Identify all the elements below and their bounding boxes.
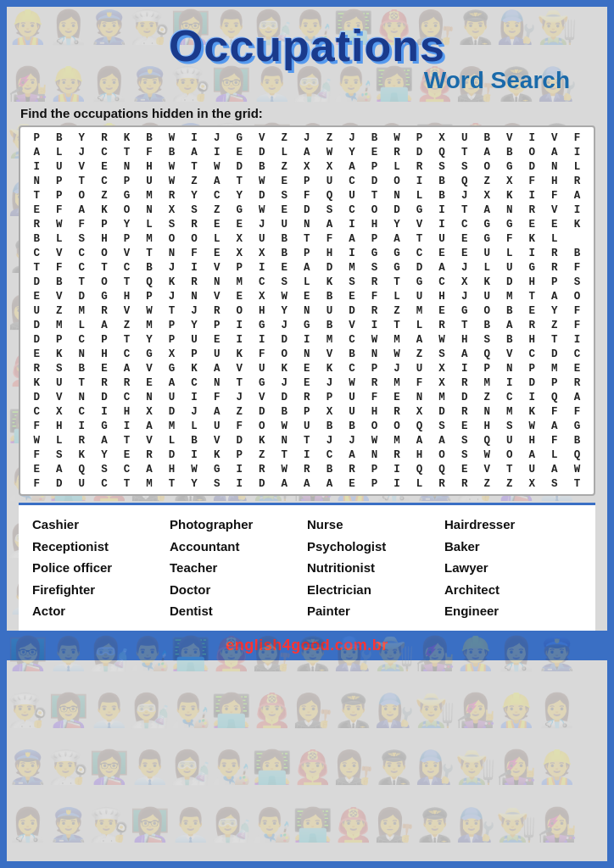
grid-cell: U (273, 217, 296, 231)
grid-cell: I (183, 448, 206, 462)
grid-cell: G (160, 361, 183, 376)
grid-cell: R (25, 361, 48, 376)
grid-cell: O (566, 289, 589, 303)
grid-cell: T (160, 476, 183, 491)
grid-cell (566, 231, 589, 246)
grid-cell: M (341, 260, 364, 275)
grid-cell: L (48, 145, 71, 159)
grid-cell: G (386, 246, 409, 260)
grid-cell: C (341, 361, 364, 376)
grid-cell: F (363, 390, 386, 404)
grid-cell: O (115, 203, 138, 217)
grid-cell: L (160, 433, 183, 448)
grid-cell: U (250, 361, 273, 376)
grid-cell: R (431, 318, 454, 332)
grid-cell: C (93, 174, 116, 188)
grid-cell: V (250, 131, 273, 145)
grid-cell: J (341, 131, 364, 145)
grid-cell: P (25, 131, 48, 145)
grid-cell: H (363, 404, 386, 419)
grid-cell: R (93, 376, 116, 390)
grid-cell: Z (476, 476, 499, 491)
grid-cell: A (296, 476, 319, 491)
grid-cell: A (205, 174, 228, 188)
grid-cell: V (544, 131, 567, 145)
grid-cell: F (566, 260, 589, 275)
grid-cell: A (431, 433, 454, 448)
grid-cell: A (453, 347, 476, 361)
word-list-grid: CashierReceptionistPolice officerFirefig… (32, 514, 582, 622)
grid-cell: W (25, 433, 48, 448)
grid-cell: W (566, 462, 589, 476)
grid-cell: T (138, 246, 161, 260)
grid-cell: G (476, 231, 499, 246)
word-item: Firefighter (32, 579, 170, 601)
grid-cell: M (476, 376, 499, 390)
grid-cell: P (363, 462, 386, 476)
grid-cell: S (544, 476, 567, 491)
word-list-col1: CashierReceptionistPolice officerFirefig… (32, 514, 170, 622)
grid-row: EVDGHPJNVEXWEBEFLUHJUMTAO (25, 289, 589, 303)
grid-cell: D (25, 390, 48, 404)
grid-cell: R (521, 318, 544, 332)
grid-cell: H (363, 217, 386, 231)
grid-cell: P (228, 260, 251, 275)
grid-cell: D (296, 203, 319, 217)
grid-cell: S (273, 188, 296, 203)
word-item: Painter (307, 600, 444, 622)
grid-cell: B (183, 433, 206, 448)
grid-cell: L (408, 476, 431, 491)
grid-cell: V (138, 361, 161, 376)
grid-cell: U (318, 174, 341, 188)
grid-cell: U (498, 260, 521, 275)
grid-cell: O (273, 347, 296, 361)
grid-cell: D (250, 188, 273, 203)
grid-cell: P (521, 361, 544, 376)
grid-cell: C (70, 260, 93, 275)
grid-cell: C (115, 462, 138, 476)
grid-cell: S (363, 260, 386, 275)
grid-cell: I (431, 203, 454, 217)
grid-cell: E (453, 246, 476, 260)
word-item: Nurse (307, 514, 444, 536)
grid-cell: X (296, 159, 319, 174)
grid-cell: H (115, 289, 138, 303)
grid-cell: Z (250, 448, 273, 462)
grid-row: EKNHCGXPUKFONVBNWZSAQVCDC (25, 347, 589, 361)
grid-cell: R (431, 476, 454, 491)
grid-cell: L (408, 318, 431, 332)
grid-cell: W (521, 419, 544, 433)
grid-cell: J (341, 433, 364, 448)
grid-cell: G (93, 289, 116, 303)
grid-cell: C (70, 332, 93, 347)
grid-cell: T (70, 376, 93, 390)
grid-cell: R (386, 404, 409, 419)
grid-cell: M (70, 303, 93, 318)
grid-cell: R (296, 390, 319, 404)
grid-cell: L (566, 159, 589, 174)
grid-cell: Z (93, 188, 116, 203)
grid-cell: Q (138, 275, 161, 289)
grid-cell: P (318, 390, 341, 404)
grid-cell: J (160, 260, 183, 275)
grid-cell: K (160, 275, 183, 289)
grid-cell: A (544, 145, 567, 159)
grid-cell: W (273, 462, 296, 476)
grid-cell: A (205, 404, 228, 419)
grid-cell: K (273, 361, 296, 376)
grid-cell: T (115, 332, 138, 347)
grid-cell: I (250, 260, 273, 275)
grid-cell: R (453, 376, 476, 390)
grid-cell: E (544, 217, 567, 231)
grid-cell: Q (431, 145, 454, 159)
grid-cell: O (521, 145, 544, 159)
grid-cell: X (453, 275, 476, 289)
word-item: Hairdresser (444, 514, 582, 536)
grid-cell: M (408, 303, 431, 318)
grid-cell: U (296, 419, 319, 433)
grid-cell: Z (205, 203, 228, 217)
grid-cell: H (138, 159, 161, 174)
grid-cell: P (544, 275, 567, 289)
grid-cell: U (431, 231, 454, 246)
grid-cell: T (228, 174, 251, 188)
